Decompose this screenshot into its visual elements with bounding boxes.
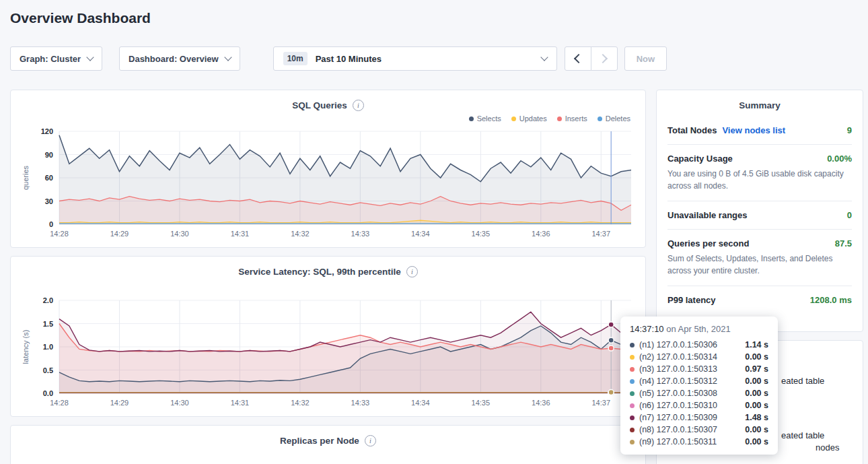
next-range-button xyxy=(591,46,618,71)
svg-text:14:32: 14:32 xyxy=(291,399,310,407)
tooltip-row-n9: (n9) 127.0.0.1:50311 0.00 s xyxy=(630,436,768,448)
node-address: (n8) 127.0.0.1:50307 xyxy=(639,425,717,434)
capacity-usage-label: Capacity Usage xyxy=(667,154,733,164)
chevron-down-icon xyxy=(224,53,231,61)
node-latency-value: 0.00 s xyxy=(745,389,768,398)
node-address: (n6) 127.0.0.1:50310 xyxy=(639,401,717,410)
svg-text:latency (s): latency (s) xyxy=(22,330,30,364)
summary-item-unavailable-ranges: Unavailable ranges 0 xyxy=(667,201,852,230)
svg-text:14:30: 14:30 xyxy=(170,230,189,238)
node-address: (n1) 127.0.0.1:50306 xyxy=(639,340,717,350)
time-range-label: Past 10 Minutes xyxy=(316,54,542,64)
prev-range-button[interactable] xyxy=(565,46,591,71)
node-color-dot xyxy=(630,403,635,408)
legend-label: Inserts xyxy=(565,114,587,123)
svg-text:14:36: 14:36 xyxy=(532,399,550,407)
time-nav-group xyxy=(565,46,618,71)
event-text-fragment: eated table xyxy=(781,376,824,386)
info-icon[interactable]: i xyxy=(365,435,376,446)
tooltip-row-n8: (n8) 127.0.0.1:50307 0.00 s xyxy=(630,424,768,436)
svg-text:30: 30 xyxy=(45,197,53,205)
tooltip-row-n2: (n2) 127.0.0.1:50314 0.00 s xyxy=(630,351,768,363)
legend-dot xyxy=(598,117,602,121)
summary-item-total-nodes: Total Nodes View nodes list 9 xyxy=(667,117,852,145)
svg-text:14:28: 14:28 xyxy=(50,230,69,238)
tooltip-time: 14:37:10 xyxy=(630,324,664,334)
svg-text:queries: queries xyxy=(22,165,30,190)
queries-per-second-value: 87.5 xyxy=(835,238,852,248)
p99-latency-value: 1208.0 ms xyxy=(810,295,852,305)
node-address: (n3) 127.0.0.1:50313 xyxy=(639,364,717,374)
capacity-usage-value: 0.00% xyxy=(827,154,852,164)
svg-text:14:30: 14:30 xyxy=(170,399,189,407)
tooltip-date: on Apr 5th, 2021 xyxy=(664,324,731,334)
node-latency-value: 0.00 s xyxy=(745,425,768,434)
svg-text:14:32: 14:32 xyxy=(291,230,310,238)
node-address: (n4) 127.0.0.1:50312 xyxy=(639,376,717,386)
time-range-picker[interactable]: 10m Past 10 Minutes xyxy=(273,46,557,71)
legend-label: Deletes xyxy=(606,114,630,123)
event-text-fragment: eated table xyxy=(781,430,824,440)
node-address: (n5) 127.0.0.1:50308 xyxy=(639,389,717,398)
svg-text:14:28: 14:28 xyxy=(50,399,69,407)
node-latency-value: 0.00 s xyxy=(745,376,768,386)
svg-text:0.0: 0.0 xyxy=(43,389,53,397)
svg-text:14:36: 14:36 xyxy=(532,230,550,238)
legend-label: Updates xyxy=(519,114,547,123)
legend-item-updates: Updates xyxy=(511,114,547,123)
sql-queries-chart[interactable]: 030609012014:2814:2914:3014:3114:3214:33… xyxy=(20,126,637,240)
summary-item-p99-latency: P99 latency 1208.0 ms xyxy=(667,286,852,314)
queries-per-second-subtext: Sum of Selects, Updates, Inserts, and De… xyxy=(667,253,852,277)
total-nodes-value: 9 xyxy=(847,125,852,135)
charts-column: SQL Queries i Selects Updates Inserts xyxy=(10,90,646,464)
sql-queries-chart-panel: SQL Queries i Selects Updates Inserts xyxy=(10,90,646,248)
legend-dot xyxy=(511,117,516,121)
chart-title-sql-queries: SQL Queries xyxy=(292,100,347,110)
svg-text:14:37: 14:37 xyxy=(591,230,610,238)
dashboard-dropdown-label: Dashboard: Overview xyxy=(129,54,219,64)
summary-item-queries-per-second: Queries per second 87.5 Sum of Selects, … xyxy=(667,230,852,286)
now-button: Now xyxy=(624,46,667,71)
info-icon[interactable]: i xyxy=(406,266,418,277)
node-latency-value: 0.00 s xyxy=(745,437,768,446)
svg-text:0.5: 0.5 xyxy=(43,366,53,374)
svg-text:0: 0 xyxy=(49,220,53,228)
view-nodes-list-link[interactable]: View nodes list xyxy=(722,125,785,135)
node-color-dot xyxy=(630,391,635,396)
graph-dropdown-label: Graph: Cluster xyxy=(20,54,81,64)
time-range-badge: 10m xyxy=(283,52,308,65)
info-icon[interactable]: i xyxy=(353,100,364,111)
controls-bar: Graph: Cluster Dashboard: Overview 10m P… xyxy=(10,46,667,71)
tooltip-row-n7: (n7) 127.0.0.1:50309 1.48 s xyxy=(630,411,768,424)
svg-text:14:33: 14:33 xyxy=(351,399,370,407)
legend-label: Selects xyxy=(477,114,501,123)
svg-text:60: 60 xyxy=(45,174,53,182)
svg-text:1.0: 1.0 xyxy=(43,343,53,351)
svg-text:14:35: 14:35 xyxy=(472,399,491,407)
dashboard-dropdown[interactable]: Dashboard: Overview xyxy=(119,46,240,71)
capacity-usage-subtext: You are using 0 B of 4.5 GiB usable disk… xyxy=(667,168,852,192)
node-address: (n9) 127.0.0.1:50311 xyxy=(639,437,717,446)
svg-text:14:31: 14:31 xyxy=(231,399,250,407)
replicas-per-node-chart-panel: Replicas per Node i xyxy=(10,425,646,464)
node-color-dot xyxy=(630,440,635,444)
node-color-dot xyxy=(630,355,635,360)
legend-dot xyxy=(557,117,562,121)
tooltip-row-n6: (n6) 127.0.0.1:50310 0.00 s xyxy=(630,399,768,411)
node-address: (n7) 127.0.0.1:50309 xyxy=(639,413,717,422)
queries-per-second-label: Queries per second xyxy=(667,238,749,248)
legend-item-selects: Selects xyxy=(469,114,501,123)
svg-text:2.0: 2.0 xyxy=(43,296,53,304)
chart-tooltip: 14:37:10 on Apr 5th, 2021 (n1) 127.0.0.1… xyxy=(620,317,778,455)
graph-dropdown[interactable]: Graph: Cluster xyxy=(10,46,102,71)
chart-legend: Selects Updates Inserts Deletes xyxy=(20,111,636,126)
chevron-right-icon xyxy=(598,54,608,63)
legend-item-inserts: Inserts xyxy=(557,114,587,123)
svg-text:120: 120 xyxy=(41,127,53,135)
svg-text:1.5: 1.5 xyxy=(43,320,53,328)
service-latency-chart[interactable]: 0.00.51.01.52.014:2814:2914:3014:3114:32… xyxy=(20,295,637,409)
tooltip-row-n3: (n3) 127.0.0.1:50313 0.97 s xyxy=(630,363,768,375)
node-latency-value: 0.97 s xyxy=(745,364,768,374)
chart-title-replicas-per-node: Replicas per Node xyxy=(280,436,359,446)
node-address: (n2) 127.0.0.1:50314 xyxy=(639,352,717,362)
